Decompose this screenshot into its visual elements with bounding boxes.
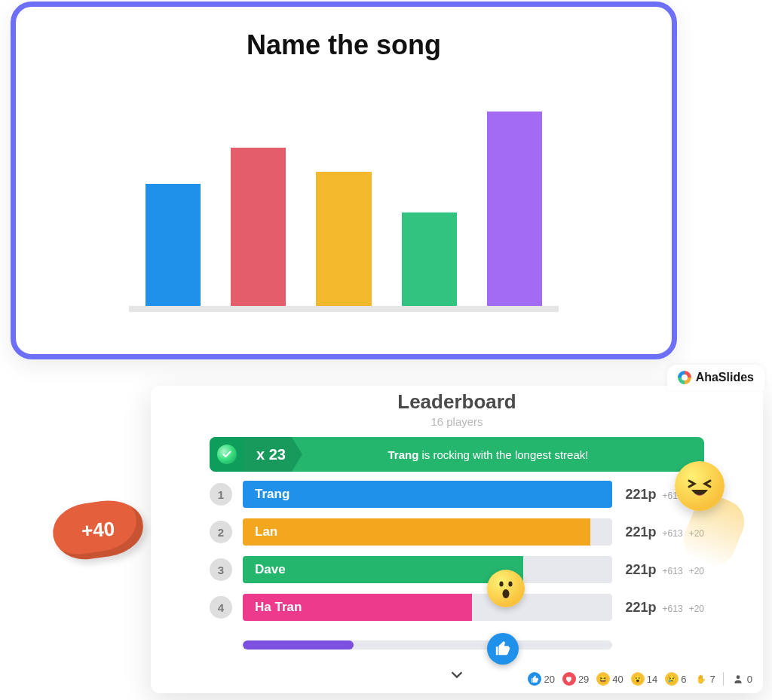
reaction-hand[interactable]: ✋ 7 (694, 672, 715, 686)
brand-name: AhaSlides (696, 371, 754, 384)
reaction-like-count: 20 (544, 674, 554, 685)
points: 221p (626, 487, 657, 503)
points: 221p (626, 562, 657, 578)
heart-icon (562, 672, 576, 686)
score-track: Dave (243, 556, 612, 583)
rank-badge: 1 (210, 483, 232, 506)
streak-suffix: is rocking with the longest streak! (418, 448, 588, 461)
laugh-emoji-icon (683, 469, 716, 503)
points-candy: +40 (53, 502, 143, 558)
chart-bar (402, 212, 457, 306)
chart-bar (487, 112, 542, 306)
reaction-like[interactable]: 20 (528, 672, 554, 686)
brand-logo-icon (678, 371, 691, 384)
leaderboard-subtitle: 16 players (151, 415, 763, 428)
streak-gem-icon (217, 445, 237, 464)
wow-emoji-float (487, 570, 525, 607)
points-plus2: +20 (689, 566, 704, 576)
like-emoji-float (487, 633, 519, 665)
score-track: Trang (243, 481, 612, 508)
hand-icon: ✋ (694, 672, 708, 686)
rank-badge: 3 (210, 558, 232, 581)
separator (723, 672, 724, 686)
streak-multiplier: x 23 (244, 437, 302, 472)
svg-point-3 (503, 589, 510, 598)
check-icon (222, 449, 232, 460)
points: 221p (626, 600, 657, 616)
streak-banner: x 23 Trang is rocking with the longest s… (210, 437, 704, 472)
rank-badge: 2 (210, 521, 232, 543)
reaction-sad[interactable]: 😢 6 (665, 672, 686, 686)
svg-point-2 (508, 581, 512, 586)
reaction-laugh[interactable]: 😆 40 (596, 672, 623, 686)
score-track: Ha Tran (243, 594, 612, 621)
svg-point-1 (499, 581, 503, 586)
points-plus1: +613 (663, 528, 683, 539)
points-plus1: +613 (663, 604, 683, 614)
chevron-down-icon (449, 666, 465, 683)
svg-point-0 (736, 675, 740, 679)
leaderboard-row: 2Lan221p+613+20 (210, 517, 704, 547)
reactions-bar: 20 29 😆 40 😮 14 😢 6 ✋ 7 0 (528, 672, 752, 686)
points-plus2: +20 (689, 604, 704, 614)
question-card: Name the song (11, 2, 677, 359)
score-fill (243, 518, 590, 546)
streak-text: Trang is rocking with the longest streak… (302, 448, 704, 461)
sad-icon: 😢 (665, 672, 679, 686)
chart-bar (316, 172, 371, 306)
brand-badge[interactable]: AhaSlides (667, 365, 764, 390)
chart-baseline (129, 306, 559, 312)
player-name: Lan (255, 518, 277, 546)
player-name: Dave (255, 556, 286, 583)
bar-chart (129, 86, 559, 312)
leaderboard-card: Leaderboard 16 players x 23 Trang is roc… (151, 386, 763, 693)
thumbs-up-icon (528, 672, 541, 686)
laugh-emoji-float (675, 461, 725, 511)
score-track: Lan (243, 518, 612, 546)
leaderboard-title: Leaderboard (151, 390, 763, 414)
leaderboard-row: 3Dave221p+613+20 (210, 555, 704, 585)
thumbs-up-icon (495, 640, 511, 657)
user-icon (731, 672, 745, 686)
score-fill (243, 481, 612, 508)
reaction-user-count: 0 (747, 674, 752, 685)
points-plus1: +613 (663, 566, 683, 576)
reaction-heart-count: 29 (578, 674, 589, 685)
score-cell: 221p+613+20 (623, 562, 704, 578)
points: 221p (626, 524, 657, 540)
score-fill (243, 640, 354, 650)
score-cell: 221p+613+20 (623, 600, 704, 616)
reaction-laugh-count: 40 (612, 674, 623, 685)
leaderboard-rows: 1Trang221p+613+202Lan221p+613+203Dave221… (210, 479, 704, 660)
leaderboard-row: 4Ha Tran221p+613+20 (210, 592, 704, 622)
player-name: Ha Tran (255, 594, 302, 621)
laugh-icon: 😆 (596, 672, 610, 686)
reaction-wow-count: 14 (647, 674, 657, 685)
wow-icon: 😮 (631, 672, 645, 686)
streak-badge (210, 437, 244, 472)
chart-bar (231, 148, 286, 306)
score-track (243, 640, 612, 650)
leaderboard-row: 1Trang221p+613+20 (210, 479, 704, 509)
reaction-user[interactable]: 0 (731, 672, 752, 686)
leaderboard-row-collapsed: — (210, 630, 704, 660)
question-title: Name the song (16, 29, 672, 61)
candy-text: +40 (81, 517, 115, 543)
reaction-heart[interactable]: 29 (562, 672, 589, 686)
chart-bar (146, 184, 201, 306)
reaction-wow[interactable]: 😮 14 (631, 672, 657, 686)
rank-badge: 4 (210, 596, 232, 619)
reaction-hand-count: 7 (710, 674, 715, 685)
wow-emoji-icon (493, 576, 519, 601)
streak-player: Trang (388, 448, 418, 461)
player-name: Trang (255, 481, 290, 508)
reaction-sad-count: 6 (681, 674, 686, 685)
